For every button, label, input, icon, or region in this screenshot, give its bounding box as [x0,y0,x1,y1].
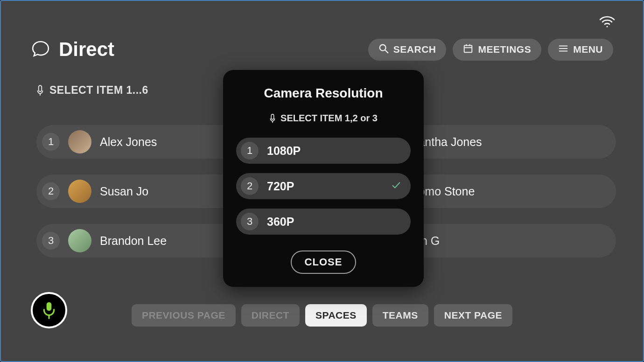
tab-direct[interactable]: DIRECT [241,304,300,327]
search-button[interactable]: SEARCH [368,39,447,61]
svg-rect-10 [39,85,42,91]
number-badge: 1 [42,133,60,151]
svg-rect-12 [47,302,52,311]
modal-hint-label: SELECT ITEM 1,2 or 3 [280,113,378,124]
microphone-small-icon [36,84,44,97]
search-label: SEARCH [393,44,436,55]
calendar-icon [463,43,473,56]
wifi-icon [599,16,615,30]
resolution-option[interactable]: 2720P [236,173,411,199]
modal-hint: SELECT ITEM 1,2 or 3 [269,113,378,124]
svg-rect-3 [464,45,472,52]
resolution-option[interactable]: 3360P [236,209,411,235]
menu-button[interactable]: MENU [548,39,613,61]
avatar [68,130,91,153]
header-title-group: Direct [31,38,114,61]
number-badge: 3 [241,213,259,230]
svg-line-2 [385,50,388,53]
prev-page-button[interactable]: PREVIOUS PAGE [132,304,236,327]
search-icon [378,43,389,56]
option-label: 360P [267,215,401,229]
microphone-small-icon [269,113,276,124]
chat-icon [31,39,50,60]
meetings-button[interactable]: MEETINGS [453,39,541,61]
number-badge: 3 [42,232,60,250]
contact-name: Brandon Lee [100,234,167,248]
hamburger-icon [558,43,568,56]
number-badge: 2 [241,177,259,195]
next-page-button[interactable]: NEXT PAGE [434,304,512,327]
page-title: Direct [59,38,114,61]
svg-point-0 [606,26,608,27]
menu-label: MENU [573,44,603,55]
contact-name: Susan Jo [100,185,148,198]
select-hint: SELECT ITEM 1...6 [36,84,148,97]
option-label: 1080P [267,144,401,158]
avatar [68,229,91,252]
modal-title: Camera Resolution [264,86,383,101]
tab-teams[interactable]: TEAMS [372,304,428,327]
contact-name: Alex Jones [100,135,157,149]
svg-rect-14 [271,114,274,119]
voice-command-button[interactable] [31,292,67,328]
avatar [68,180,91,203]
option-label: 720P [267,180,383,193]
camera-resolution-modal: Camera Resolution SELECT ITEM 1,2 or 3 1… [223,70,424,287]
tab-spaces[interactable]: SPACES [305,304,367,327]
select-hint-label: SELECT ITEM 1...6 [49,84,148,97]
microphone-icon [41,301,57,320]
number-badge: 2 [42,182,60,200]
close-button[interactable]: CLOSE [291,251,357,274]
check-icon [391,180,401,192]
resolution-option[interactable]: 11080P [236,138,411,164]
meetings-label: MEETINGS [478,44,531,55]
number-badge: 1 [241,142,259,160]
